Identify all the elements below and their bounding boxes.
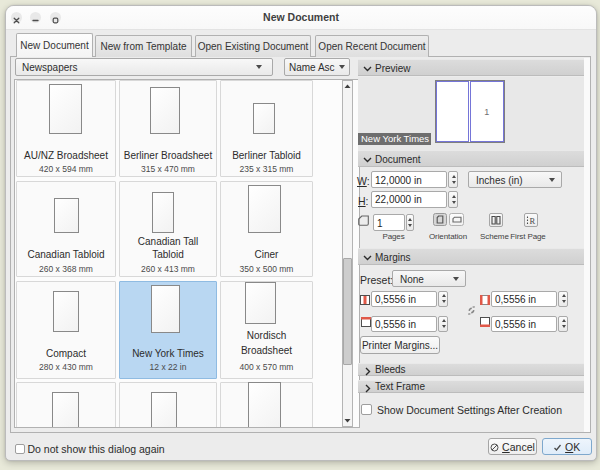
svg-text:R: R xyxy=(530,216,536,226)
